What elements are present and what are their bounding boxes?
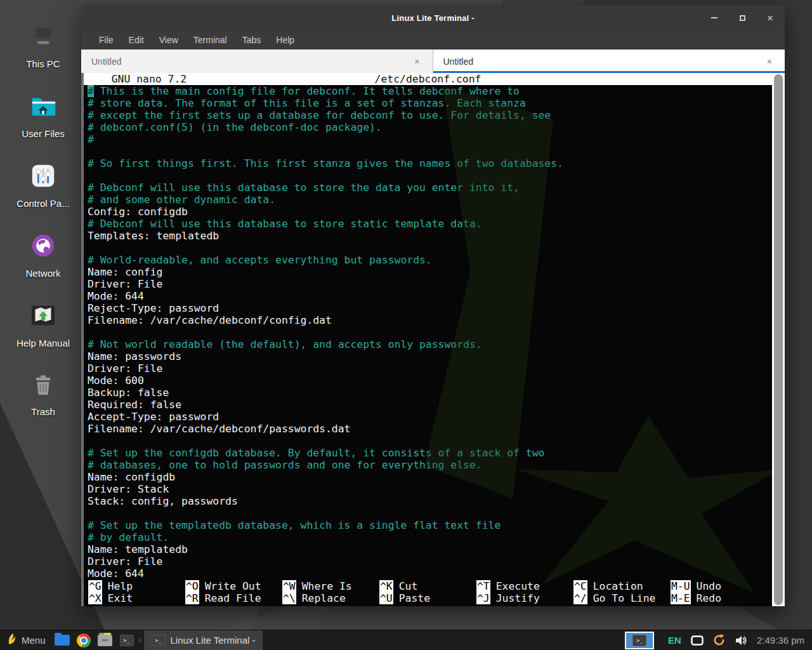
menu-terminal[interactable]: Terminal	[186, 30, 235, 50]
shortcut-key: ^T	[476, 580, 490, 592]
shortcut-key: ^C	[573, 580, 587, 592]
terminal-line: Config: configdb	[88, 206, 772, 218]
nano-shortcut-bar: ^GHelp^XExit^OWrite Out^RRead File^WWher…	[88, 580, 772, 604]
close-button[interactable]: ×	[766, 13, 775, 22]
focused-window-preview[interactable]: >_	[625, 632, 654, 649]
tab-label: Untitled	[91, 56, 412, 67]
desktop-icon-help-manual[interactable]: Help Manual	[0, 301, 86, 348]
keyboard-layout-indicator[interactable]: EN	[668, 635, 681, 646]
terminal-line: # Debconf will use this database to stor…	[88, 218, 772, 230]
maximize-button[interactable]	[738, 13, 747, 22]
terminal-line	[88, 326, 772, 338]
linux-lite-logo-icon	[6, 633, 17, 648]
task-button-terminal[interactable]: >_ Linux Lite Terminal -	[144, 630, 263, 650]
terminal-line: Filename: /var/cache/debconf/passwords.d…	[88, 423, 772, 435]
terminal-line: #	[88, 133, 772, 145]
terminal-line: # This is the main config file for debco…	[88, 85, 772, 97]
terminal-line: Templates: templatedb	[88, 230, 772, 242]
terminal-window: Linux Lite Terminal - × File Edit View T…	[81, 5, 785, 606]
launcher-file-manager[interactable]	[95, 630, 116, 650]
terminal-icon: >_	[152, 635, 166, 646]
desktop-icon-this-pc[interactable]: This PC	[0, 22, 86, 69]
nano-shortcut: ^OWrite Out	[185, 580, 282, 592]
desktop-icon-user-files[interactable]: User Files	[0, 91, 86, 139]
desktop-icon-label: Network	[25, 268, 60, 279]
terminal-line: # debconf.conf(5) (in the debconf-doc pa…	[88, 121, 772, 133]
shortcut-key: ^O	[185, 580, 199, 592]
terminal-line: Mode: 644	[88, 567, 772, 580]
terminal-line: Driver: File	[88, 278, 772, 290]
computer-icon	[29, 22, 58, 53]
shortcut-key: M-E	[671, 592, 691, 604]
menu-help[interactable]: Help	[268, 30, 302, 50]
nano-shortcut: M-ERedo	[671, 592, 768, 604]
terminal-line: Reject-Type: password	[88, 302, 772, 314]
tab-untitled-1[interactable]: Untitled ×	[81, 50, 433, 73]
nano-shortcut: ^TExecute	[476, 580, 573, 592]
terminal-line: # World-readable, and accepts everything…	[88, 254, 772, 266]
terminal-line: Name: config	[88, 266, 772, 278]
sliders-icon	[29, 161, 58, 193]
scrollbar-track[interactable]	[772, 73, 785, 606]
clock[interactable]: 2:49:36 pm	[757, 635, 804, 646]
menu-file[interactable]: File	[91, 30, 121, 50]
nano-shortcut: ^KCut	[379, 580, 476, 592]
shortcut-column: ^GHelp^XExit	[88, 580, 185, 604]
shortcut-column: M-UUndoM-ERedo	[671, 580, 768, 604]
launcher-desktop-pager[interactable]	[51, 630, 73, 650]
shortcut-label: Location	[593, 580, 643, 592]
window-controls: ×	[710, 5, 775, 30]
shortcut-label: Where Is	[302, 580, 352, 592]
terminal-line: # Debconf will use this database to stor…	[88, 182, 772, 194]
text-cursor: #	[88, 85, 94, 97]
window-titlebar[interactable]: Linux Lite Terminal - ×	[81, 5, 785, 30]
terminal-screen[interactable]: GNU nano 7.2 /etc/debconf.conf # This is…	[84, 73, 772, 606]
shortcut-column: ^CLocation^/Go To Line	[573, 580, 671, 604]
shortcut-key: ^X	[88, 592, 102, 604]
terminal-line	[88, 169, 772, 182]
tab-untitled-2[interactable]: Untitled ×	[433, 50, 785, 73]
terminal-line: # So first things first. This first stan…	[88, 157, 772, 169]
menu-tabs[interactable]: Tabs	[235, 30, 269, 50]
shortcut-label: Replace	[302, 592, 346, 604]
tab-label: Untitled	[443, 56, 764, 67]
start-menu-button[interactable]: Menu	[0, 630, 51, 650]
terminal-line	[88, 145, 772, 157]
menu-edit[interactable]: Edit	[121, 30, 152, 50]
shortcut-key: ^/	[573, 592, 587, 604]
manual-book-icon	[29, 301, 58, 333]
shortcut-column: ^TExecute^JJustify	[476, 580, 573, 604]
shortcut-label: Cut	[399, 580, 418, 592]
chrome-icon	[77, 633, 91, 647]
desktop-icon-column: This PC User Files	[0, 0, 86, 609]
shortcut-label: Execute	[496, 580, 540, 592]
launcher-chrome[interactable]	[73, 630, 95, 650]
terminal-icon: >_	[632, 635, 646, 646]
terminal-line: Mode: 600	[88, 375, 772, 387]
tab-close-icon[interactable]: ×	[764, 55, 775, 68]
desktop-icon-control-panel[interactable]: Control Pa...	[0, 161, 86, 209]
nano-shortcut: M-UUndo	[671, 580, 768, 592]
shortcut-label: Go To Line	[593, 592, 656, 604]
scrollbar-thumb[interactable]	[774, 74, 783, 605]
desktop: This PC User Files	[0, 0, 812, 650]
menubar: File Edit View Terminal Tabs Help	[81, 30, 785, 50]
nano-shortcut: ^WWhere Is	[282, 580, 379, 592]
launcher-terminal[interactable]: >_	[116, 630, 138, 650]
desktop-icon-label: User Files	[22, 128, 65, 139]
display-tray-icon[interactable]	[691, 635, 704, 646]
volume-tray-icon[interactable]	[735, 635, 747, 646]
minimize-button[interactable]	[710, 13, 719, 22]
start-menu-label: Menu	[22, 635, 46, 646]
menu-view[interactable]: View	[152, 30, 186, 50]
desktop-icon-label: This PC	[26, 58, 60, 69]
tasklist-grip[interactable]	[138, 630, 143, 650]
desktop-icon-trash[interactable]: Trash	[0, 372, 86, 417]
desktop-icon-network[interactable]: Network	[0, 231, 86, 279]
updates-tray-icon[interactable]	[712, 633, 726, 647]
shortcut-label: Paste	[399, 592, 430, 604]
nano-file-path: /etc/debconf.conf	[84, 73, 772, 85]
tab-bar: Untitled × Untitled ×	[81, 50, 785, 73]
shortcut-key: ^K	[379, 580, 393, 592]
tab-close-icon[interactable]: ×	[412, 55, 422, 68]
